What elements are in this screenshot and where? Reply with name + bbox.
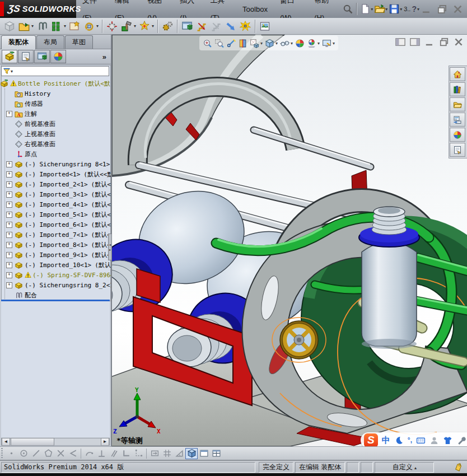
pane-tab-configuration-manager[interactable] (34, 50, 50, 63)
tree-item[interactable]: 配合 (6, 290, 111, 300)
interference-detection-button[interactable] (161, 20, 174, 33)
rotate-component-button[interactable] (82, 20, 96, 33)
model-gold-wheel[interactable] (272, 318, 326, 362)
tree-item[interactable]: +(-) Imported<1>(默认<<默 (6, 169, 111, 179)
tree-item[interactable]: +(-) Imported_7<1>(默认<< (6, 230, 111, 240)
help-icon[interactable]: ? (412, 4, 417, 13)
tree-item[interactable]: +(-) Imported_4<1>(默认<< (6, 199, 111, 209)
snap-tri-angle-button[interactable] (173, 448, 185, 459)
tree-item[interactable]: +(-) Sicherungsring 8_2<1> (6, 280, 111, 290)
view-previous-button[interactable] (225, 38, 237, 49)
menu-Toolbox[interactable]: Toolbox (236, 1, 274, 18)
appearances-scenes-tab[interactable] (450, 128, 465, 142)
single-view-button[interactable] (198, 448, 210, 459)
scroll-thumb[interactable] (11, 438, 54, 446)
expand-plus-icon[interactable]: + (6, 192, 12, 198)
linear-component-pattern-button[interactable] (50, 20, 63, 33)
expand-plus-icon[interactable]: + (6, 232, 12, 238)
pane-left-button[interactable] (395, 37, 406, 46)
tree-item[interactable]: +(-) Imported_6<1>(默认<< (6, 220, 111, 230)
tree-horizontal-scrollbar[interactable]: ◄ ► (1, 438, 110, 446)
new-document-dropdown-arrow[interactable]: ▾ (371, 7, 373, 12)
mate-button[interactable] (35, 20, 49, 33)
smart-fasteners-button[interactable] (68, 20, 81, 33)
expand-plus-icon[interactable]: + (6, 252, 12, 258)
account-person-icon[interactable] (429, 436, 439, 445)
toolbox-wrench-icon[interactable] (456, 436, 466, 445)
scroll-right-arrow[interactable]: ► (101, 438, 109, 446)
snap-parallel-button[interactable] (108, 448, 120, 459)
snap-grid-button[interactable] (161, 448, 173, 459)
reference-geometry-button[interactable] (138, 20, 151, 33)
display-style-button[interactable] (264, 38, 275, 49)
view-settings-dropdown-arrow[interactable]: ▾ (333, 41, 335, 46)
reference-geometry-dropdown-arrow[interactable]: ▾ (152, 24, 154, 29)
assembly-features-dropdown-arrow[interactable]: ▾ (134, 24, 136, 29)
expand-plus-icon[interactable]: + (6, 161, 12, 167)
pane-tab-feature-manager[interactable] (2, 50, 17, 63)
tree-item[interactable]: +(-) Imported_10<1>(默认< (6, 260, 111, 270)
snap-tangent-button[interactable] (83, 448, 95, 459)
save-document-dropdown-arrow[interactable]: ▾ (400, 7, 402, 12)
tree-item[interactable]: +(-) Imported_8<1>(默认<< (6, 240, 111, 250)
linear-component-pattern-dropdown-arrow[interactable]: ▾ (64, 24, 66, 29)
custom-properties-tab[interactable] (450, 143, 465, 157)
assembly-model[interactable]: Y X Z (112, 35, 467, 446)
snap-circle-button[interactable] (17, 448, 30, 459)
expand-plus-icon[interactable]: + (6, 171, 12, 178)
zoom-to-fit-button[interactable] (202, 38, 213, 49)
exploded-view-button[interactable] (239, 20, 252, 33)
snap-cross-button[interactable] (54, 448, 67, 459)
punctuation-button[interactable]: °, (408, 436, 412, 444)
panel-resize-handle[interactable]: ◂▸ (108, 234, 112, 260)
hide-show-items-button[interactable] (279, 38, 291, 49)
save-document-icon[interactable] (389, 3, 400, 15)
pane-tab-display-manager[interactable] (50, 50, 66, 63)
tab-布局[interactable]: 布局 (36, 35, 64, 49)
view-orientation-button[interactable] (249, 38, 260, 49)
tree-item[interactable]: 传感器 (6, 99, 111, 109)
apply-scene-dropdown-arrow[interactable]: ▾ (317, 41, 320, 46)
status-tag-icon[interactable] (454, 463, 464, 472)
expand-plus-icon[interactable]: + (6, 242, 12, 248)
filter-dropdown-arrow[interactable]: ▾ (11, 69, 13, 74)
maximize-button[interactable] (436, 4, 448, 14)
design-library-tab[interactable] (450, 82, 465, 96)
insert-components-button[interactable] (17, 20, 31, 33)
expand-plus-icon[interactable]: + (6, 202, 12, 208)
tree-item[interactable]: 前视基准面 (6, 119, 111, 129)
apply-scene-button[interactable] (306, 38, 317, 49)
chinese-mode-button[interactable]: 中 (382, 435, 390, 446)
expand-plus-icon[interactable]: + (6, 222, 12, 228)
close-button[interactable] (453, 37, 464, 46)
tree-item[interactable]: 原点 (6, 149, 111, 159)
snap-rect-arrows-button[interactable] (148, 448, 161, 459)
tree-item[interactable]: +(-) Spring-SF-DVF-8964- (6, 270, 111, 280)
measure-button[interactable] (224, 20, 237, 33)
tree-item-root[interactable]: Bottle Positioner(默认<默 (0, 78, 111, 88)
status-custom-button[interactable]: 自定义 ▴ (375, 462, 434, 473)
expand-plus-icon[interactable]: + (6, 282, 12, 288)
view-palette-tab[interactable] (450, 113, 465, 127)
four-view-button[interactable] (210, 448, 222, 459)
open-document-dropdown-arrow[interactable]: ▾ (385, 7, 387, 12)
expand-plus-icon[interactable]: + (6, 111, 12, 117)
expand-plus-icon[interactable]: + (6, 262, 12, 268)
large-assembly-mode-button[interactable] (195, 20, 208, 33)
tree-item[interactable]: +(-) Imported_5<1>(默认<< (6, 209, 111, 220)
soft-keyboard-icon[interactable] (416, 436, 426, 445)
snap-line-button[interactable] (30, 448, 42, 459)
expand-plus-icon[interactable]: + (6, 212, 12, 218)
expand-plus-icon[interactable]: + (6, 181, 12, 188)
search-icon[interactable] (342, 3, 353, 15)
assembly-features-button[interactable] (120, 20, 133, 33)
snap-dashed-points-button[interactable] (132, 448, 144, 459)
snap-polygon-button[interactable] (42, 448, 54, 459)
snap-angle-button[interactable] (67, 448, 79, 459)
display-style-dropdown-arrow[interactable]: ▾ (275, 41, 278, 46)
new-document-icon[interactable] (359, 3, 371, 15)
edit-appearance-button[interactable] (294, 38, 306, 49)
restore-button[interactable] (438, 37, 450, 46)
view-settings-button[interactable] (321, 38, 333, 49)
tab-草图[interactable]: 草图 (65, 35, 93, 49)
